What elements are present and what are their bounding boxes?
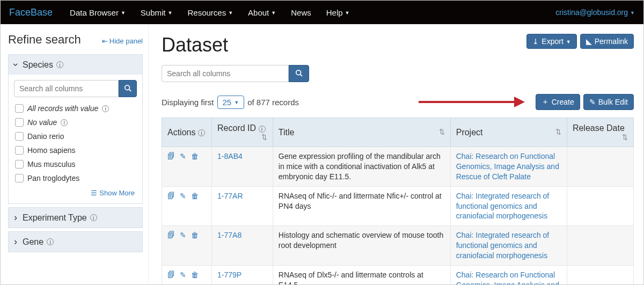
nav-item-news[interactable]: News xyxy=(286,8,317,17)
sort-icon: ⇅ xyxy=(622,133,628,141)
table-row: 🗐✎🗑1-8AB4Gene expression profiling of th… xyxy=(162,147,634,187)
info-icon[interactable]: i xyxy=(90,214,97,221)
nav-item-help[interactable]: Help▼ xyxy=(321,8,355,17)
top-navbar: FaceBase Data Browser▼Submit▼Resources▼A… xyxy=(1,1,643,24)
create-button[interactable]: ＋ Create xyxy=(536,94,580,110)
delete-icon[interactable]: 🗑 xyxy=(191,270,199,280)
display-suffix: of 877 records xyxy=(247,98,299,107)
nav-item-about[interactable]: About▼ xyxy=(243,8,281,17)
refine-sidebar: Refine search ⇤ Hide panel Species i All… xyxy=(1,24,149,284)
search-icon xyxy=(124,84,131,92)
delete-icon[interactable]: 🗑 xyxy=(191,230,199,240)
edit-icon[interactable]: ✎ xyxy=(180,151,186,162)
facet-experiment-type: Experiment Type i xyxy=(8,207,143,228)
dataset-table: Actions i Record ID i ⇅ Title ⇅ Project … xyxy=(162,118,634,284)
facet-species-header[interactable]: Species i xyxy=(9,55,142,75)
edit-icon[interactable]: ✎ xyxy=(180,270,186,280)
species-option-label: All records with value xyxy=(27,104,98,113)
record-id-link[interactable]: 1-77AR xyxy=(217,192,243,200)
facet-experiment-type-header[interactable]: Experiment Type i xyxy=(9,208,142,228)
view-icon[interactable]: 🗐 xyxy=(167,191,175,201)
pencil-icon: ✎ xyxy=(589,98,596,106)
caret-down-icon: ▼ xyxy=(271,10,276,16)
info-icon: i xyxy=(259,126,266,133)
collapse-icon: ⇤ xyxy=(102,37,108,45)
view-icon[interactable]: 🗐 xyxy=(167,230,175,240)
caret-down-icon: ▼ xyxy=(630,10,635,16)
checkbox[interactable] xyxy=(15,174,24,182)
table-row: 🗐✎🗑1-77A8Histology and schematic overvie… xyxy=(162,226,634,266)
info-icon[interactable]: i xyxy=(56,61,63,68)
global-search-input[interactable] xyxy=(162,65,289,82)
svg-line-3 xyxy=(301,74,303,76)
delete-icon[interactable]: 🗑 xyxy=(191,151,199,162)
species-option[interactable]: Homo sapiens xyxy=(14,143,137,157)
edit-icon[interactable]: ✎ xyxy=(180,230,186,240)
page-size-dropdown[interactable]: 25 ▼ xyxy=(217,96,245,109)
sort-icon: ⇅ xyxy=(261,133,267,141)
checkbox[interactable] xyxy=(15,118,24,127)
project-link[interactable]: Chai: Integrated research of functional … xyxy=(456,192,550,221)
page-title: Dataset xyxy=(162,34,228,56)
nav-item-resources[interactable]: Resources▼ xyxy=(182,8,238,17)
bookmark-icon: ◣ xyxy=(586,37,592,46)
caret-down-icon: ▼ xyxy=(228,10,233,16)
checkbox[interactable] xyxy=(15,160,24,169)
global-search-button[interactable] xyxy=(289,65,309,82)
permalink-button[interactable]: ◣ Permalink xyxy=(580,34,634,49)
brand-link[interactable]: FaceBase xyxy=(9,7,53,18)
checkbox[interactable] xyxy=(15,132,24,141)
sort-icon: ⇅ xyxy=(439,128,445,136)
species-option[interactable]: Pan troglodytes xyxy=(14,171,137,185)
col-title[interactable]: Title ⇅ xyxy=(273,118,450,147)
hide-panel-button[interactable]: ⇤ Hide panel xyxy=(102,37,143,45)
facet-gene: Gene i xyxy=(8,231,143,252)
view-icon[interactable]: 🗐 xyxy=(167,270,175,280)
record-id-link[interactable]: 1-8AB4 xyxy=(217,152,243,160)
record-id-link[interactable]: 1-77A8 xyxy=(217,231,241,239)
export-button[interactable]: ⤓ Export ▼ xyxy=(526,34,576,49)
show-more-label: Show More xyxy=(99,189,135,197)
caret-down-icon: ▼ xyxy=(234,100,239,105)
permalink-label: Permalink xyxy=(595,37,628,46)
nav-item-data-browser[interactable]: Data Browser▼ xyxy=(64,8,131,17)
show-more-button[interactable]: ☰ Show More xyxy=(91,189,135,197)
caret-down-icon: ▼ xyxy=(168,10,173,16)
project-link[interactable]: Chai: Research on Functional Genomics, I… xyxy=(456,152,559,181)
user-menu[interactable]: cristina@globusid.org ▼ xyxy=(555,8,635,17)
project-link[interactable]: Chai: Integrated research of functional … xyxy=(456,231,550,260)
bulk-edit-button[interactable]: ✎ Bulk Edit xyxy=(583,94,634,110)
page-size-value: 25 xyxy=(223,98,232,107)
caret-down-icon: ▼ xyxy=(345,10,350,16)
species-option[interactable]: Mus musculus xyxy=(14,157,137,171)
sort-icon: ⇅ xyxy=(555,128,561,136)
species-search-input[interactable] xyxy=(14,80,119,97)
nav-item-submit[interactable]: Submit▼ xyxy=(135,8,178,17)
facet-gene-header[interactable]: Gene i xyxy=(9,232,142,252)
col-release[interactable]: Release Date ⇅ xyxy=(567,118,633,147)
export-icon: ⤓ xyxy=(532,37,539,46)
caret-down-icon: ▼ xyxy=(566,39,571,45)
export-label: Export xyxy=(541,37,563,46)
col-record-id[interactable]: Record ID i ⇅ xyxy=(212,118,273,147)
release-cell xyxy=(567,186,633,226)
facet-species: Species i All records with valueiNo valu… xyxy=(8,54,143,204)
species-option[interactable]: No valuei xyxy=(14,115,137,129)
record-id-link[interactable]: 1-779P xyxy=(217,271,241,279)
delete-icon[interactable]: 🗑 xyxy=(191,191,199,201)
species-search-button[interactable] xyxy=(119,80,137,97)
checkbox[interactable] xyxy=(15,146,24,155)
species-option-label: No value xyxy=(27,118,57,127)
user-email: cristina@globusid.org xyxy=(555,8,628,17)
info-icon[interactable]: i xyxy=(47,238,54,245)
species-option[interactable]: All records with valuei xyxy=(14,101,137,115)
project-link[interactable]: Chai: Research on Functional Genomics, I… xyxy=(456,271,559,284)
info-icon[interactable]: i xyxy=(61,119,68,126)
info-icon[interactable]: i xyxy=(198,129,205,136)
info-icon[interactable]: i xyxy=(102,105,109,112)
col-project[interactable]: Project ⇅ xyxy=(450,118,567,147)
checkbox[interactable] xyxy=(15,104,24,113)
species-option[interactable]: Danio rerio xyxy=(14,129,137,143)
edit-icon[interactable]: ✎ xyxy=(180,191,186,201)
view-icon[interactable]: 🗐 xyxy=(167,151,175,162)
